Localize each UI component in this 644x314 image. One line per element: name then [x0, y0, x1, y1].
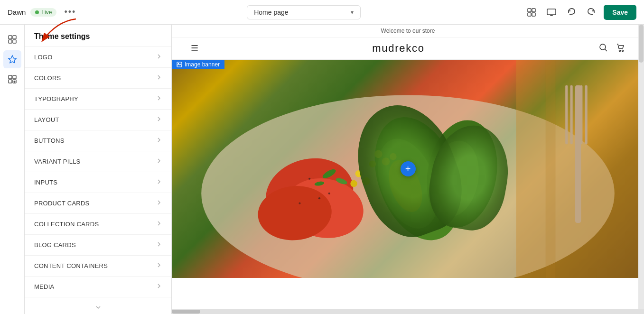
- page-selector-text: Home page: [254, 9, 288, 16]
- right-scrollbar[interactable]: [638, 25, 644, 309]
- svg-point-20: [619, 50, 621, 51]
- svg-rect-13: [9, 80, 12, 83]
- settings-title: Theme settings: [25, 25, 171, 47]
- search-icon: [598, 43, 608, 55]
- settings-item-label: VARIANT PILLS: [34, 158, 81, 165]
- svg-rect-1: [532, 9, 535, 12]
- live-label: Live: [41, 9, 52, 16]
- settings-panel: Theme settings LOGO COLORS: [25, 25, 172, 314]
- sections-icon: [8, 35, 17, 44]
- store-header: ☰ mudrekco: [172, 37, 644, 60]
- svg-point-31: [419, 114, 505, 233]
- settings-item-blog-cards[interactable]: BLOG CARDS: [25, 235, 171, 256]
- settings-item-arrow: [156, 54, 162, 61]
- sidebar-theme-button[interactable]: [3, 50, 21, 68]
- svg-point-32: [425, 137, 485, 221]
- settings-item-arrow: [156, 241, 162, 249]
- desktop-view-button[interactable]: [544, 5, 559, 20]
- hamburger-icon: ☰: [191, 43, 198, 54]
- svg-line-19: [605, 49, 607, 51]
- svg-point-36: [390, 153, 397, 160]
- settings-item-label: BLOG CARDS: [34, 241, 76, 249]
- svg-point-51: [328, 193, 330, 194]
- cart-icon: [616, 43, 625, 55]
- canvas-area: Welcome to our store ☰ mudrekco: [172, 25, 644, 314]
- right-scrollbar-thumb: [639, 25, 644, 63]
- svg-rect-11: [9, 75, 12, 79]
- svg-rect-54: [546, 60, 556, 278]
- svg-rect-4: [547, 9, 556, 15]
- settings-item-arrow: [156, 158, 162, 165]
- settings-item-collection-cards[interactable]: COLLECTION CARDS: [25, 214, 171, 235]
- undo-icon: [567, 8, 576, 17]
- image-banner-label: Image banner: [172, 60, 224, 69]
- svg-rect-2: [528, 13, 531, 16]
- svg-point-38: [355, 170, 363, 177]
- undo-button[interactable]: [564, 5, 579, 20]
- live-dot: [35, 10, 39, 14]
- settings-item-label: INPUTS: [34, 179, 57, 186]
- sidebar-add-section-button[interactable]: [3, 70, 21, 88]
- settings-item-arrow: [156, 116, 162, 123]
- settings-item-label: CONTENT CONTAINERS: [34, 262, 108, 269]
- redo-button[interactable]: [584, 5, 599, 20]
- settings-item-inputs[interactable]: INPUTS: [25, 172, 171, 193]
- scroll-down-icon: [94, 304, 102, 311]
- topbar-left: Dawn Live •••: [8, 5, 84, 19]
- svg-rect-7: [9, 36, 12, 39]
- settings-item-product-cards[interactable]: PRODUCT CARDS: [25, 193, 171, 214]
- settings-item-arrow: [156, 262, 162, 269]
- svg-rect-3: [532, 13, 535, 16]
- page-selector[interactable]: Home page ▾: [247, 5, 361, 19]
- more-button[interactable]: •••: [61, 5, 79, 19]
- svg-rect-12: [13, 75, 16, 79]
- settings-item-layout[interactable]: LAYOUT: [25, 110, 171, 130]
- svg-point-18: [600, 44, 606, 50]
- settings-item-media[interactable]: MEDIA: [25, 277, 171, 297]
- main-layout: Theme settings LOGO COLORS: [0, 25, 644, 314]
- settings-list: LOGO COLORS TYPOGRAPHY LAYOUT: [25, 47, 171, 301]
- svg-rect-0: [528, 9, 531, 12]
- settings-item-arrow: [156, 95, 162, 102]
- settings-item-variant-pills[interactable]: VARIANT PILLS: [25, 151, 171, 172]
- settings-item-label: LAYOUT: [34, 116, 59, 123]
- svg-point-33: [374, 150, 383, 158]
- image-banner[interactable]: Image banner: [172, 60, 644, 278]
- svg-point-21: [622, 50, 624, 51]
- live-badge: Live: [30, 8, 56, 17]
- scroll-indicator: [25, 301, 171, 314]
- sidebar-sections-button[interactable]: [3, 30, 21, 48]
- topbar-right: Save: [524, 5, 636, 20]
- theme-icon: [8, 55, 17, 64]
- settings-item-arrow: [156, 179, 162, 186]
- settings-item-colors[interactable]: COLORS: [25, 68, 171, 89]
- store-logo: mudrekco: [372, 42, 425, 55]
- redo-icon: [587, 8, 596, 17]
- select-mode-button[interactable]: [524, 5, 539, 20]
- canvas-scroll[interactable]: Welcome to our store ☰ mudrekco: [172, 25, 644, 309]
- settings-item-arrow: [156, 221, 162, 228]
- add-section-button[interactable]: +: [401, 161, 416, 176]
- bottom-scrollbar-thumb: [172, 310, 200, 314]
- settings-item-label: LOGO: [34, 54, 53, 61]
- desktop-icon: [547, 8, 556, 17]
- settings-item-buttons[interactable]: BUTTONS: [25, 130, 171, 151]
- add-block-icon: [8, 74, 17, 84]
- store-welcome-bar: Welcome to our store: [172, 25, 644, 37]
- settings-item-arrow: [156, 137, 162, 144]
- save-button[interactable]: Save: [604, 5, 636, 20]
- bottom-scrollbar[interactable]: [172, 309, 644, 314]
- settings-item-content-containers[interactable]: CONTENT CONTAINERS: [25, 256, 171, 277]
- svg-point-35: [369, 160, 376, 167]
- svg-point-40: [350, 180, 357, 187]
- settings-item-logo[interactable]: LOGO: [25, 47, 171, 68]
- settings-item-label: PRODUCT CARDS: [34, 200, 90, 207]
- topbar-center: Home page ▾: [89, 5, 518, 19]
- svg-point-34: [382, 157, 390, 166]
- banner-label-text: Image banner: [185, 61, 220, 68]
- settings-item-arrow: [156, 74, 162, 82]
- svg-rect-8: [13, 36, 16, 39]
- settings-item-typography[interactable]: TYPOGRAPHY: [25, 89, 171, 110]
- welcome-text: Welcome to our store: [381, 28, 435, 34]
- store-preview: Welcome to our store ☰ mudrekco: [172, 25, 644, 309]
